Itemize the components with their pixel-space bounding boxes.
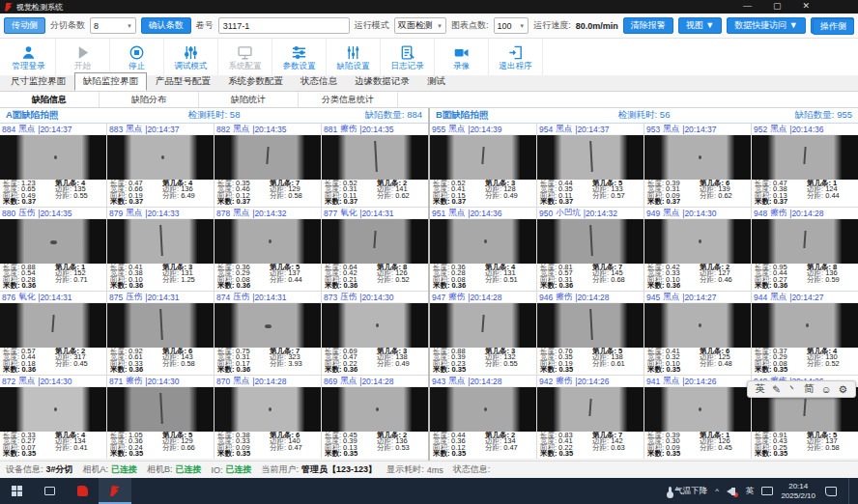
log-record-button[interactable]: 日志记录	[381, 39, 435, 75]
show-desktop-button[interactable]	[848, 478, 852, 504]
defect-cell[interactable]: 883 黑点 |20:14:37 长度:0.47 宽度:0.66 面积:0.19	[107, 124, 214, 207]
defect-cell[interactable]: 949 黑点 |20:14:30 长度:0.42 宽度:0.33 面积:0.10	[644, 208, 751, 291]
main-tab[interactable]: 系统参数配置	[219, 72, 292, 91]
defect-mark	[159, 393, 163, 424]
stop-button[interactable]: 停止	[110, 39, 164, 75]
sub-tab[interactable]: 分类信息统计	[299, 92, 398, 107]
task-view-button[interactable]	[33, 478, 66, 504]
defect-cell[interactable]: 947 擦伤 |20:14:28 长度:0.88 宽度:0.39 面积:0.23	[430, 292, 536, 375]
main-tab[interactable]: 测试	[418, 72, 454, 91]
run-mode-select[interactable]: 双面检测 ▼	[394, 17, 446, 34]
weather-tray-item[interactable]: 气温下降	[669, 486, 707, 497]
defect-cell[interactable]: 945 黑点 |20:14:27 长度:0.41 宽度:0.32 面积:0.10	[644, 292, 751, 375]
defect-cell-header: 942 擦伤 |20:14:26	[537, 376, 644, 387]
active-app-button[interactable]	[99, 478, 131, 504]
defect-mark	[484, 239, 487, 243]
clear-alarm-button[interactable]: 清除报警	[623, 17, 673, 34]
pinned-app-button[interactable]	[66, 478, 99, 504]
taskbar-clock[interactable]: 20:14 2025/2/10	[781, 482, 815, 501]
chart-points-select[interactable]: 100 ▼	[494, 17, 529, 34]
defect-cell[interactable]: 869 黑点 |20:14:28 长度:0.45 宽度:0.39 面积:0.13	[322, 376, 428, 459]
ime-pen-icon[interactable]: ✎	[772, 383, 781, 395]
defect-cell[interactable]: 872 黑点 |20:14:30 长度:0.33 宽度:0.27 面积:0.07	[0, 376, 106, 459]
start-menu-button[interactable]	[0, 478, 33, 504]
defect-cell[interactable]: 881 擦伤 |20:14:35 长度:0.52 宽度:0.31 面积:0.11	[322, 124, 428, 207]
operator-side-button[interactable]: 操作侧	[813, 18, 854, 35]
ime-settings-icon[interactable]: ⚙	[839, 383, 847, 395]
defect-cell[interactable]: 955 黑点 |20:14:39 长度:0.52 宽度:0.41 面积:0.15	[430, 124, 536, 207]
param-settings-button[interactable]: 参数设置	[272, 39, 327, 75]
meter-label: 米数:	[433, 281, 450, 290]
defect-cell[interactable]: 950 小凹坑 |20:14:32 长度:0.81 宽度:0.57 面积:0.3…	[537, 208, 644, 291]
detect-time-value: 56	[660, 109, 671, 120]
meter-value: 0.37	[667, 197, 681, 206]
defect-info: 长度:0.35 宽度:0.46 面积:0.12 米数:0.37 第几条:7 边距…	[214, 180, 321, 206]
defect-cell[interactable]: 877 氧化 |20:14:31 长度:0.64 宽度:0.42 面积:0.21	[322, 208, 428, 291]
defect-cell[interactable]: 954 黑点 |20:14:37 长度:0.44 宽度:0.35 面积:0.11	[537, 124, 644, 207]
sub-tab[interactable]: 缺陷信息	[0, 92, 100, 107]
ime-emoji-button[interactable]: ☺	[821, 383, 832, 395]
minimize-button[interactable]: —	[743, 1, 752, 11]
meter-value: 0.35	[559, 365, 574, 374]
defect-settings-button[interactable]: 缺陷设置	[327, 39, 381, 75]
detect-time-value: 58	[230, 109, 241, 120]
defect-cell[interactable]: 871 擦伤 |20:14:30 长度:1.05 宽度:0.36 面积:0.24	[107, 376, 214, 459]
defect-cell[interactable]: 943 黑点 |20:14:28 长度:0.44 宽度:0.36 面积:0.12	[430, 376, 536, 459]
main-tab[interactable]: 尺寸监控界面	[2, 72, 74, 91]
defect-image	[0, 387, 106, 432]
defect-cell[interactable]: 874 压伤 |20:14:31 长度:0.75 宽度:0.31 面积:0.17	[214, 292, 321, 375]
defect-cell[interactable]: 878 黑点 |20:14:32 长度:0.36 宽度:0.29 面积:0.08	[214, 208, 321, 291]
defect-cell[interactable]: 944 黑点 |20:14:27 长度:0.37 宽度:0.29 面积:0.08	[752, 292, 858, 375]
ime-lang-button[interactable]: 英	[756, 382, 766, 396]
defect-cell[interactable]: 882 黑点 |20:14:35 长度:0.35 宽度:0.46 面积:0.12	[214, 124, 321, 207]
start-button[interactable]: 开始	[56, 39, 110, 75]
defect-cell[interactable]: 953 黑点 |20:14:37 长度:0.39 宽度:0.31 面积:0.09	[644, 124, 751, 207]
main-tab[interactable]: 缺陷监控界面	[74, 72, 147, 91]
defect-cell-header: 872 黑点 |20:14:30	[0, 376, 106, 387]
defect-cell[interactable]: 884 黑点 |20:14:37 长度:1.23 宽度:0.65 面积:0.49	[0, 124, 106, 207]
defect-cell-header: 948 擦伤 |20:14:28	[752, 208, 858, 219]
defect-cell[interactable]: 870 黑点 |20:14:28 长度:0.38 宽度:0.33 面积:0.09	[214, 376, 321, 459]
gap-value: 0.55	[503, 359, 518, 368]
maximize-button[interactable]: ▢	[773, 1, 782, 11]
keyboard-button[interactable]	[761, 487, 773, 495]
defect-info: 长度:0.47 宽度:0.38 面积:0.13 米数:0.37 第几条:1 边距…	[752, 180, 858, 206]
defect-cell[interactable]: 875 压伤 |20:14:31 长度:0.92 宽度:0.61 面积:0.33	[107, 292, 214, 375]
sliders-horizontal-icon	[291, 44, 307, 61]
defect-cell[interactable]: 948 擦伤 |20:14:28 长度:0.95 宽度:0.44 面积:0.27	[752, 208, 858, 291]
sub-tab[interactable]: 缺陷统计	[199, 92, 299, 107]
defect-cell[interactable]: 873 压伤 |20:14:30 长度:0.69 宽度:0.47 面积:0.22	[322, 292, 428, 375]
defect-cell[interactable]: 942 擦伤 |20:14:26 长度:0.83 宽度:0.41 面积:0.22	[537, 376, 644, 459]
main-tab[interactable]: 产品型号配置	[147, 72, 219, 91]
action-center-button[interactable]	[823, 487, 841, 496]
ime-mark-icon[interactable]: 丶	[787, 382, 798, 396]
main-tab[interactable]: 状态信息	[292, 72, 346, 91]
system-config-button[interactable]: 系统配置	[218, 39, 272, 75]
defect-cell[interactable]: 941 黑点 |20:14:26 长度:0.39 宽度:0.30 面积:0.09	[644, 376, 751, 459]
defect-cell[interactable]: 952 黑点 |20:14:36 长度:0.47 宽度:0.38 面积:0.13	[752, 124, 858, 207]
exit-program-button[interactable]: 退出程序	[489, 39, 543, 75]
record-video-button[interactable]: 录像	[435, 39, 489, 75]
drive-side-button[interactable]: 传动侧	[4, 17, 45, 34]
quick-access-menu-button[interactable]: 数据快捷访问 ▼	[727, 17, 805, 34]
gap-label: 分距:	[592, 359, 609, 368]
defect-cell[interactable]: 951 黑点 |20:14:36 长度:0.36 宽度:0.28 面积:0.08	[430, 208, 536, 291]
sub-tab[interactable]: 缺陷分布	[100, 92, 199, 107]
defect-cell[interactable]: 876 氧化 |20:14:31 长度:0.57 宽度:0.44 面积:0.18	[0, 292, 106, 375]
admin-login-button[interactable]: 管理登录	[2, 39, 56, 75]
defect-cell[interactable]: 880 压伤 |20:14:35 长度:0.88 宽度:0.54 面积:0.28	[0, 208, 106, 291]
main-tab[interactable]: 边缘数据记录	[346, 72, 418, 91]
defect-cell[interactable]: 879 黑点 |20:14:33 长度:0.41 宽度:0.38 面积:0.10	[107, 208, 214, 291]
debug-mode-button[interactable]: 调试模式	[164, 39, 218, 75]
close-button[interactable]: ✕	[802, 1, 810, 11]
view-menu-button[interactable]: 视图 ▼	[678, 17, 722, 34]
language-indicator[interactable]: 英	[746, 486, 755, 497]
ime-simplified-button[interactable]: 简	[804, 382, 815, 396]
tray-expand-button[interactable]: ^	[715, 487, 719, 495]
confirm-count-button[interactable]: 确认条数	[141, 17, 191, 34]
roll-number-input[interactable]	[218, 17, 350, 34]
defect-cell-header: 877 氧化 |20:14:31	[322, 208, 428, 219]
volume-button[interactable]	[727, 487, 738, 496]
slit-count-select[interactable]: 8 ▼	[90, 17, 136, 34]
defect-cell[interactable]: 946 擦伤 |20:14:28 长度:0.76 宽度:0.35 面积:0.19	[537, 292, 644, 375]
